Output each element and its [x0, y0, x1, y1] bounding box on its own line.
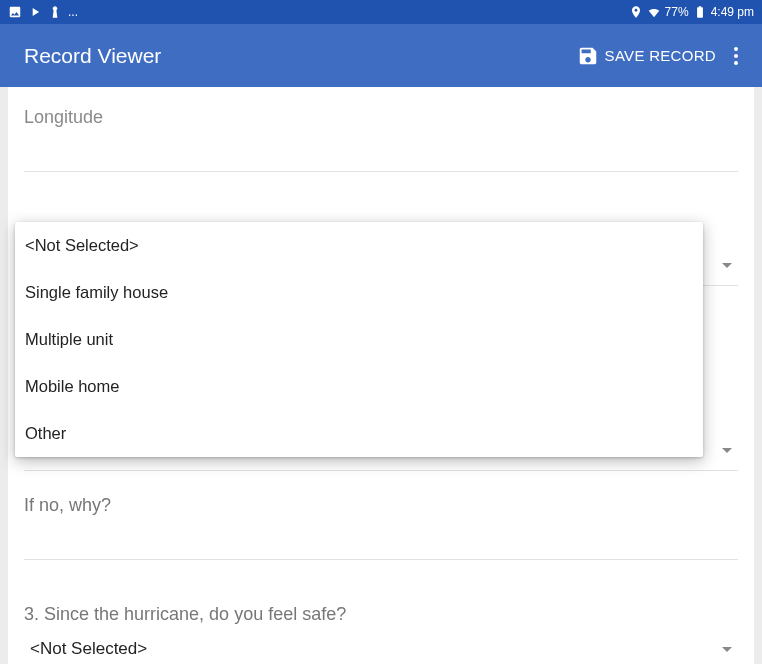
- image-icon: [8, 5, 22, 19]
- if-no-input[interactable]: [24, 516, 738, 560]
- time-text: 4:49 pm: [711, 5, 754, 19]
- dropdown-option-not-selected[interactable]: <Not Selected>: [15, 222, 703, 269]
- save-icon: [577, 45, 599, 67]
- battery-text: 77%: [665, 5, 689, 19]
- wifi-icon: [647, 5, 661, 19]
- dropdown-option-other[interactable]: Other: [15, 410, 703, 457]
- overflow-menu-button[interactable]: [730, 43, 742, 69]
- app-title: Record Viewer: [24, 44, 161, 68]
- q3-label: 3. Since the hurricane, do you feel safe…: [24, 564, 738, 625]
- if-no-label: If no, why?: [24, 471, 738, 516]
- q3-select[interactable]: <Not Selected>: [24, 625, 738, 659]
- save-record-button[interactable]: SAVE RECORD: [577, 45, 716, 67]
- location-icon: [629, 5, 643, 19]
- battery-icon: [693, 5, 707, 19]
- chevron-down-icon: [722, 263, 732, 268]
- app-bar: Record Viewer SAVE RECORD: [0, 24, 762, 87]
- chevron-down-icon: [722, 448, 732, 453]
- dropdown-option-mobile-home[interactable]: Mobile home: [15, 363, 703, 410]
- dropdown-option-multiple-unit[interactable]: Multiple unit: [15, 316, 703, 363]
- dropdown-popup: <Not Selected> Single family house Multi…: [15, 222, 703, 457]
- key-icon: [48, 5, 62, 19]
- chevron-down-icon: [722, 647, 732, 652]
- save-label: SAVE RECORD: [605, 47, 716, 64]
- dropdown-option-single-family[interactable]: Single family house: [15, 269, 703, 316]
- status-bar: ... 77% 4:49 pm: [0, 0, 762, 24]
- status-ellipsis: ...: [68, 5, 78, 19]
- status-right: 77% 4:49 pm: [629, 5, 754, 19]
- status-left-icons: ...: [8, 5, 78, 19]
- q3-value: <Not Selected>: [30, 639, 147, 659]
- longitude-input[interactable]: [24, 128, 738, 172]
- play-icon: [28, 5, 42, 19]
- longitude-label: Longitude: [24, 87, 738, 128]
